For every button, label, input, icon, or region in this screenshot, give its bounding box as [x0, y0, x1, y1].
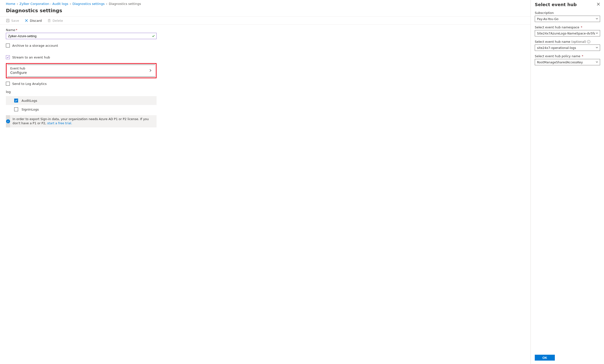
discard-button[interactable]: Discard [25, 19, 42, 23]
svg-rect-1 [7, 19, 9, 20]
signinlogs-label: SignInLogs [22, 108, 39, 111]
breadcrumb-link-audit-logs[interactable]: Zylker Corporation - Audit logs [20, 2, 68, 6]
chevron-right-icon [149, 69, 152, 73]
log-section-heading: log [6, 90, 157, 94]
svg-rect-2 [7, 21, 9, 22]
save-label: Save [11, 19, 19, 23]
delete-label: Delete [53, 19, 63, 23]
stream-checkbox[interactable] [6, 55, 10, 59]
event-hub-configure-button[interactable]: Event hub Configure [7, 64, 155, 77]
configure-heading: Event hub [10, 67, 27, 70]
policy-label: Select event hub policy name* [535, 54, 600, 58]
close-icon [25, 19, 28, 23]
namespace-select[interactable]: Site24x7AzureLogs-NameSpace-dv5fs [535, 30, 600, 37]
subscription-value: Pay-As-You-Go [537, 17, 558, 21]
panel-title: Select event hub [535, 2, 577, 7]
hubname-value: site24x7-operational-logs [537, 46, 576, 50]
chevron-down-icon [595, 32, 598, 35]
log-row-signinlogs: SignInLogs [6, 105, 157, 114]
free-trial-link[interactable]: start a free trial. [47, 121, 72, 125]
delete-button[interactable]: Delete [47, 19, 63, 23]
info-text: In order to export Sign-in data, your or… [13, 117, 149, 125]
chevron-down-icon [595, 46, 598, 50]
subscription-label: Subscription [535, 11, 600, 15]
log-row-auditlogs: AuditLogs [6, 96, 157, 105]
hubname-label: Select event hub name (optional) i [535, 40, 600, 44]
event-hub-configure-highlight: Event hub Configure [6, 63, 157, 78]
auditlogs-label: AuditLogs [22, 99, 37, 102]
log-analytics-label: Send to Log Analytics [12, 82, 47, 86]
required-asterisk: * [16, 28, 17, 32]
hubname-select[interactable]: site24x7-operational-logs [535, 45, 600, 51]
auditlogs-checkbox[interactable] [14, 99, 18, 102]
archive-label: Archive to a storage account [12, 44, 58, 48]
page-title: Diagnostics settings [0, 7, 530, 16]
discard-label: Discard [30, 19, 42, 23]
subscription-select[interactable]: Pay-As-You-Go [535, 16, 600, 22]
archive-checkbox[interactable] [6, 44, 10, 48]
signin-license-info: i In order to export Sign-in data, your … [6, 115, 157, 127]
breadcrumb-link-diag-settings[interactable]: Diagnostics settings [72, 2, 104, 6]
name-input[interactable] [6, 33, 157, 39]
chevron-down-icon [595, 17, 598, 21]
configure-action: Configure [10, 71, 27, 75]
save-icon [6, 19, 10, 23]
policy-value: RootManageSharedAccessKey [537, 61, 583, 64]
ok-button[interactable]: OK [535, 355, 555, 361]
policy-select[interactable]: RootManageSharedAccessKey [535, 59, 600, 65]
breadcrumb-current: Diagnostics settings [109, 2, 141, 6]
info-icon[interactable]: i [587, 40, 590, 43]
chevron-down-icon [595, 61, 598, 64]
breadcrumb: Home › Zylker Corporation - Audit logs ›… [0, 0, 530, 7]
name-label: Name* [6, 28, 157, 32]
svg-rect-5 [48, 20, 50, 22]
info-icon: i [6, 115, 10, 127]
toolbar: Save Discard Delete [0, 17, 530, 25]
breadcrumb-link-home[interactable]: Home [6, 2, 15, 6]
trash-icon [47, 19, 51, 23]
log-analytics-checkbox[interactable] [6, 82, 10, 86]
namespace-label: Select event hub namespace* [535, 25, 600, 29]
select-event-hub-panel: Select event hub Subscription Pay-As-You… [531, 0, 604, 364]
checkmark-icon [152, 34, 155, 38]
save-button[interactable]: Save [6, 19, 19, 23]
chevron-right-icon: › [17, 2, 18, 6]
stream-label: Stream to an event hub [12, 56, 50, 59]
chevron-right-icon: › [70, 2, 71, 6]
chevron-right-icon: › [106, 2, 107, 6]
close-panel-button[interactable] [597, 2, 600, 7]
namespace-value: Site24x7AzureLogs-NameSpace-dv5fs [537, 32, 595, 35]
signinlogs-checkbox[interactable] [14, 107, 18, 111]
